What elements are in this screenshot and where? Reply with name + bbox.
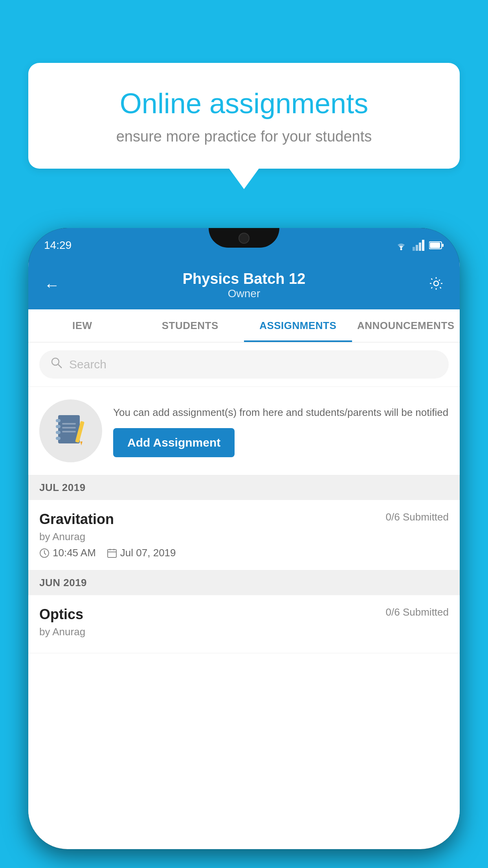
svg-point-8 [434,281,438,286]
svg-rect-3 [419,243,421,251]
svg-rect-14 [56,431,61,434]
assignment-submitted: 0/6 Submitted [386,511,449,523]
assignment-meta: 10:45 AM Jul 07, 2019 [39,547,449,559]
tab-students[interactable]: STUDENTS [136,309,244,342]
assignment-submitted-optics: 0/6 Submitted [386,606,449,618]
search-bar[interactable]: Search [39,350,449,379]
assignment-time-value: 10:45 AM [53,547,96,559]
svg-rect-1 [413,247,415,251]
app-header: ← Physics Batch 12 Owner [28,263,460,309]
status-bar: 14:29 [28,228,460,263]
batch-title: Physics Batch 12 [183,270,306,287]
assignment-name: Gravitation [39,511,114,528]
wifi-icon [394,240,408,251]
svg-rect-22 [108,550,116,557]
search-placeholder: Search [69,358,106,371]
svg-point-0 [400,248,402,250]
promo-card: Online assignments ensure more practice … [28,63,460,169]
phone-screen: ← Physics Batch 12 Owner IEW STUDENTS AS… [28,263,460,849]
tab-assignments[interactable]: ASSIGNMENTS [244,309,352,342]
assignment-by-optics: by Anurag [39,626,449,638]
calendar-icon [107,548,117,558]
promo-section: You can add assignment(s) from here and … [28,387,460,475]
svg-rect-4 [422,240,424,251]
assignment-item-optics[interactable]: Optics 0/6 Submitted by Anurag [28,595,460,653]
assignment-top-row: Gravitation 0/6 Submitted [39,511,449,528]
svg-marker-20 [80,441,83,445]
assignment-time: 10:45 AM [39,547,96,559]
assignment-date: Jul 07, 2019 [107,547,176,559]
promo-subtitle: ensure more practice for your students [56,128,432,145]
svg-rect-18 [62,431,76,432]
assignment-icon-circle [39,399,102,462]
settings-button[interactable] [428,276,444,295]
speech-bubble: Online assignments ensure more practice … [28,63,460,169]
search-icon [50,357,63,372]
svg-rect-7 [442,244,444,247]
assignment-item-gravitation[interactable]: Gravitation 0/6 Submitted by Anurag 10:4… [28,500,460,570]
svg-rect-15 [56,437,61,440]
svg-rect-16 [62,423,76,425]
tab-iew[interactable]: IEW [28,309,136,342]
back-button[interactable]: ← [44,276,60,294]
svg-point-9 [52,358,59,365]
assignment-name-optics: Optics [39,606,83,623]
notebook-icon [55,413,86,449]
svg-rect-17 [62,427,76,428]
tabs-bar: IEW STUDENTS ASSIGNMENTS ANNOUNCEMENTS [28,309,460,342]
notch [209,228,279,248]
tab-announcements[interactable]: ANNOUNCEMENTS [352,309,460,342]
section-header-jul: JUL 2019 [28,475,460,500]
assignment-by: by Anurag [39,531,449,543]
phone-frame: 14:29 [28,228,460,849]
signal-icon [413,240,424,251]
section-header-jun: JUN 2019 [28,570,460,595]
svg-rect-12 [56,419,61,422]
camera [238,233,250,244]
add-assignment-button[interactable]: Add Assignment [113,428,235,457]
batch-subtitle: Owner [183,287,306,300]
promo-title: Online assignments [56,86,432,120]
header-title-group: Physics Batch 12 Owner [183,270,306,300]
screen-content: Search [28,342,460,830]
svg-line-10 [58,364,62,368]
promo-text-group: You can add assignment(s) from here and … [113,405,449,457]
svg-rect-13 [56,425,61,428]
battery-icon [429,241,444,250]
svg-rect-2 [416,245,418,251]
svg-rect-6 [430,243,440,248]
assignment-top-row-optics: Optics 0/6 Submitted [39,606,449,623]
assignment-date-value: Jul 07, 2019 [120,547,176,559]
promo-description: You can add assignment(s) from here and … [113,405,449,420]
clock-icon [39,548,50,558]
status-icons [394,240,444,251]
search-bar-wrap: Search [28,342,460,387]
status-time: 14:29 [44,239,72,252]
